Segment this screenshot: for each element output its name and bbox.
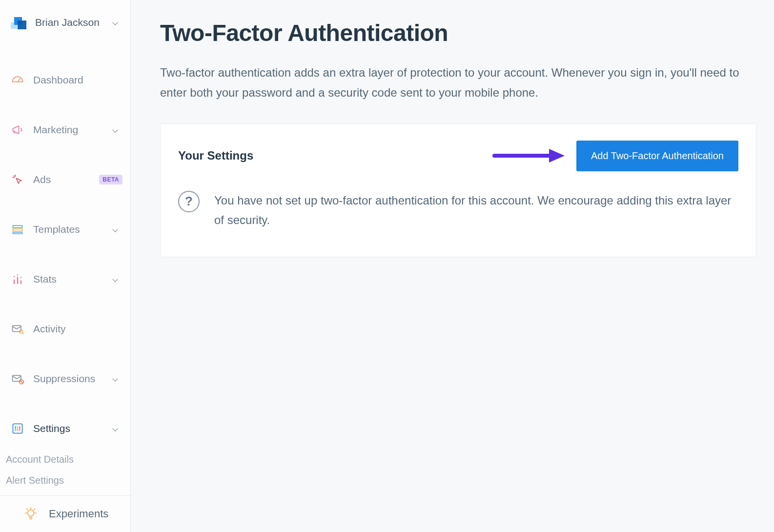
envelope-block-icon — [11, 372, 24, 386]
svg-point-23 — [19, 427, 21, 429]
sidebar-item-label: Suppressions — [33, 373, 103, 385]
svg-rect-3 — [13, 229, 22, 231]
gauge-icon — [11, 73, 24, 87]
settings-subnav: Account Details Alert Settings API Keys — [0, 449, 130, 495]
sidebar-item-label: Stats — [33, 273, 103, 285]
chevron-down-icon — [112, 127, 118, 133]
card-header: Your Settings Add Two-Factor Authenticat… — [178, 141, 738, 171]
sliders-icon — [11, 422, 24, 435]
sidebar-item-marketing[interactable]: Marketing — [0, 114, 130, 145]
sidebar-item-label: Settings — [33, 423, 103, 434]
card-title: Your Settings — [178, 149, 253, 163]
question-mark-icon: ? — [178, 191, 200, 212]
sidebar-nav: Dashboard Marketing Ads BETA — [0, 45, 130, 495]
svg-point-9 — [17, 274, 19, 276]
sidebar-item-ads[interactable]: Ads BETA — [0, 164, 130, 195]
lightbulb-icon — [23, 507, 38, 521]
sidebar-item-experiments[interactable]: Experiments — [0, 495, 130, 532]
sidebar-item-label: Experiments — [49, 508, 108, 520]
main-content: Two-Factor Authentication Two-factor aut… — [131, 0, 774, 532]
sidebar-item-label: Templates — [33, 224, 103, 235]
sidebar-item-label: Ads — [33, 174, 90, 185]
sidebar: Brian Jackson Dashboard Marke — [0, 0, 131, 532]
brand-logo-icon — [11, 14, 28, 31]
sidebar-subitem-account-details[interactable]: Account Details — [6, 449, 130, 470]
sidebar-item-templates[interactable]: Templates — [0, 214, 130, 245]
megaphone-icon — [11, 123, 24, 137]
svg-point-8 — [14, 276, 15, 277]
page-title: Two-Factor Authentication — [160, 20, 756, 46]
card-body: ? You have not set up two-factor authent… — [178, 191, 738, 231]
svg-line-16 — [20, 380, 23, 383]
envelope-search-icon — [11, 322, 24, 336]
sidebar-item-suppressions[interactable]: Suppressions — [0, 363, 130, 394]
bar-chart-icon — [11, 272, 24, 286]
svg-rect-4 — [13, 232, 22, 234]
beta-badge: BETA — [99, 175, 122, 184]
sidebar-item-activity[interactable]: Activity — [0, 313, 130, 345]
chevron-down-icon — [112, 426, 118, 431]
svg-rect-2 — [13, 225, 22, 227]
user-name: Brian Jackson — [35, 17, 105, 28]
chevron-down-icon — [112, 276, 118, 282]
page-description: Two-factor authentication adds an extra … — [160, 63, 756, 103]
sidebar-item-settings[interactable]: Settings — [0, 413, 130, 444]
svg-marker-31 — [549, 149, 565, 163]
add-two-factor-button[interactable]: Add Two-Factor Authentication — [576, 141, 738, 171]
sidebar-item-label: Marketing — [33, 124, 103, 136]
annotation-arrow-icon — [491, 146, 565, 165]
sidebar-item-stats[interactable]: Stats — [0, 264, 130, 295]
chevron-down-icon — [112, 226, 118, 232]
svg-line-0 — [18, 79, 20, 82]
svg-line-29 — [34, 509, 35, 510]
card-body-text: You have not set up two-factor authentic… — [214, 191, 738, 231]
chevron-down-icon — [112, 20, 118, 25]
chevron-down-icon — [112, 376, 118, 382]
templates-icon — [11, 223, 24, 236]
svg-line-13 — [22, 333, 24, 334]
sidebar-item-label: Activity — [33, 323, 122, 335]
click-icon — [11, 173, 24, 186]
two-factor-settings-card: Your Settings Add Two-Factor Authenticat… — [160, 123, 756, 258]
svg-point-19 — [15, 427, 17, 429]
sidebar-subitem-alert-settings[interactable]: Alert Settings — [6, 470, 130, 491]
sidebar-subitem-api-keys[interactable]: API Keys — [6, 491, 130, 495]
sidebar-item-label: Dashboard — [33, 74, 122, 86]
svg-point-24 — [27, 510, 34, 516]
svg-point-10 — [20, 277, 22, 278]
svg-point-21 — [17, 429, 19, 431]
sidebar-item-dashboard[interactable]: Dashboard — [0, 64, 130, 96]
account-switcher[interactable]: Brian Jackson — [0, 0, 130, 45]
svg-line-28 — [27, 509, 28, 510]
